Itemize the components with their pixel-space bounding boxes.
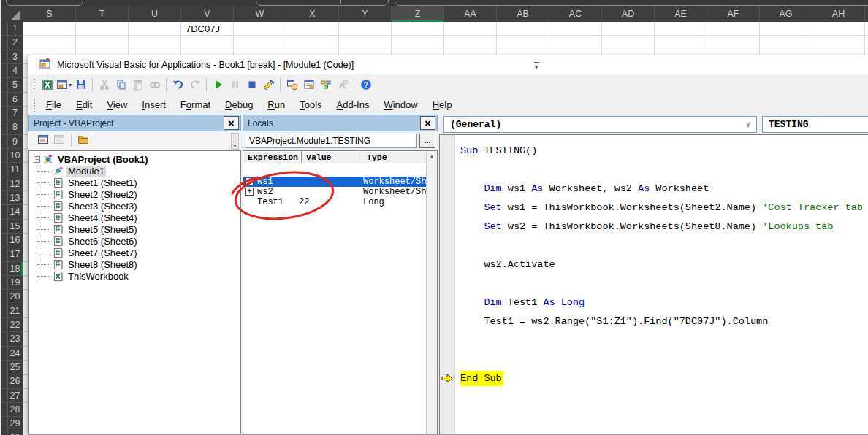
menu-debug[interactable]: Debug <box>218 96 260 113</box>
locals-col-type[interactable]: Type <box>362 151 427 163</box>
row-header-20[interactable]: 20 <box>0 290 23 304</box>
code-editor[interactable]: Sub TESTING() Dim ws1 As Worksheet, ws2 … <box>439 134 868 434</box>
help-button[interactable]: ? <box>357 77 374 93</box>
view-code-button[interactable] <box>35 134 51 148</box>
locals-ellipsis-button[interactable]: ... <box>419 134 435 148</box>
cell-V1[interactable]: 7DC07J <box>183 22 237 36</box>
locals-scrollbar[interactable]: ▲ <box>426 151 437 434</box>
paste-button[interactable] <box>129 77 146 93</box>
tree-item-vbaproject-book1[interactable]: −VBAProject (Book1) <box>29 153 240 165</box>
locals-row-ws2[interactable]: +ws2Worksheet/She <box>243 187 427 197</box>
code-line-13[interactable]: End Sub <box>460 369 868 388</box>
column-header-Y[interactable]: Y <box>339 6 392 22</box>
column-header-W[interactable]: W <box>234 6 286 22</box>
column-header-AH[interactable]: AH <box>812 6 865 22</box>
insert-userform-button[interactable]: ▾ <box>56 77 72 93</box>
tree-item-sheet5-sheet5[interactable]: Sheet5 (Sheet5) <box>29 223 240 235</box>
code-line-1[interactable]: Sub TESTING() <box>460 142 868 161</box>
row-header-12[interactable]: 12 <box>0 177 23 191</box>
row-header-17[interactable]: 17 <box>0 247 23 261</box>
row-header-9[interactable]: 9 <box>0 135 23 149</box>
row-header-1[interactable]: 1 <box>0 22 23 36</box>
code-line-4[interactable]: Set ws1 = ThisWorkbook.Worksheets(Sheet2… <box>460 199 868 218</box>
copy-button[interactable] <box>113 77 129 93</box>
code-line-9[interactable]: Dim Test1 As Long <box>460 293 868 312</box>
tree-item-thisworkbook[interactable]: ThisWorkbook <box>29 270 240 282</box>
code-line-6[interactable] <box>460 236 868 255</box>
row-header-23[interactable]: 23 <box>0 332 23 346</box>
menu-edit[interactable]: Edit <box>69 96 99 113</box>
project-explorer-button[interactable] <box>283 77 300 93</box>
margin-indicator-bar[interactable] <box>440 135 455 434</box>
save-button[interactable] <box>72 77 89 93</box>
row-header-19[interactable]: 19 <box>0 276 23 290</box>
title-bar[interactable]: Microsoft Visual Basic for Applications … <box>28 55 868 74</box>
menu-run[interactable]: Run <box>260 96 292 113</box>
row-header-21[interactable]: 21 <box>0 304 23 318</box>
design-mode-button[interactable] <box>260 77 277 93</box>
row-header-18[interactable]: 18 <box>0 262 23 276</box>
row-header-14[interactable]: 14 <box>0 205 23 219</box>
row-header-15[interactable]: 15 <box>0 220 23 234</box>
view-object-button[interactable] <box>51 134 67 148</box>
row-header-8[interactable]: 8 <box>0 120 23 134</box>
locals-row-ws1[interactable]: +ws1Worksheet/She <box>243 177 427 187</box>
code-line-5[interactable]: Set ws2 = ThisWorkbook.Worksheets(Sheet8… <box>460 218 868 236</box>
column-header-U[interactable]: U <box>129 6 181 22</box>
object-browser-button[interactable] <box>317 77 334 93</box>
column-header-S[interactable]: S <box>23 6 76 22</box>
object-dropdown[interactable]: (General) ∨ <box>443 116 757 133</box>
locals-row-test1[interactable]: Test122Long <box>243 197 427 207</box>
project-close-button[interactable]: × <box>224 116 239 130</box>
column-header-AA[interactable]: AA <box>444 6 497 22</box>
toolbox-button[interactable] <box>334 77 351 93</box>
row-header-30[interactable]: 30 <box>0 431 23 435</box>
row-header-13[interactable]: 13 <box>0 191 23 205</box>
column-header-AF[interactable]: AF <box>707 6 760 22</box>
tree-item-sheet3-sheet3[interactable]: Sheet3 (Sheet3) <box>29 200 240 212</box>
menu-view[interactable]: View <box>99 96 134 113</box>
menu-insert[interactable]: Insert <box>134 96 173 113</box>
cut-button[interactable] <box>96 77 113 93</box>
locals-panel-header[interactable]: Locals × <box>243 115 438 131</box>
project-panel-scroll-button[interactable]: ▾ <box>231 133 239 150</box>
row-header-2[interactable]: 2 <box>0 36 23 50</box>
toggle-folders-button[interactable] <box>75 134 91 148</box>
menu-window[interactable]: Window <box>376 96 425 113</box>
code-line-8[interactable] <box>460 274 868 293</box>
row-header-7[interactable]: 7 <box>0 107 23 120</box>
column-header-AG[interactable]: AG <box>760 6 812 22</box>
row-header-16[interactable]: 16 <box>0 234 23 247</box>
menu-help[interactable]: Help <box>425 96 460 113</box>
locals-col-value[interactable]: Value <box>302 151 362 163</box>
code-line-2[interactable] <box>460 161 868 180</box>
row-header-28[interactable]: 28 <box>0 403 23 417</box>
tree-item-sheet2-sheet2[interactable]: Sheet2 (Sheet2) <box>29 188 240 200</box>
menu-file[interactable]: File <box>39 96 69 113</box>
reset-button[interactable] <box>243 77 260 93</box>
menu-format[interactable]: Format <box>173 96 218 113</box>
column-header-Z[interactable]: Z <box>392 6 444 22</box>
select-all-corner[interactable] <box>0 6 23 22</box>
row-header-25[interactable]: 25 <box>0 361 23 374</box>
column-header-AE[interactable]: AE <box>655 6 707 22</box>
row-header-4[interactable]: 4 <box>0 64 23 78</box>
code-line-12[interactable] <box>460 350 868 369</box>
menu-tools[interactable]: Tools <box>292 96 329 113</box>
row-header-27[interactable]: 27 <box>0 389 23 403</box>
column-header-AC[interactable]: AC <box>549 6 602 22</box>
locals-col-expression[interactable]: Expression <box>243 151 302 163</box>
project-panel-header[interactable]: Project - VBAProject × <box>28 115 241 131</box>
tree-item-sheet1-sheet1[interactable]: Sheet1 (Sheet1) <box>29 177 240 188</box>
row-header-24[interactable]: 24 <box>0 347 23 361</box>
expand-icon[interactable]: + <box>245 177 254 185</box>
undo-button[interactable] <box>170 77 186 93</box>
run-button[interactable] <box>210 77 226 93</box>
column-header-V[interactable]: V <box>181 6 234 22</box>
properties-window-button[interactable] <box>300 77 317 93</box>
tree-item-sheet6-sheet6[interactable]: Sheet6 (Sheet6) <box>29 235 240 247</box>
menu-addins[interactable]: Add-Ins <box>330 96 377 113</box>
code-line-3[interactable]: Dim ws1 As Worksheet, ws2 As Worksheet <box>460 180 868 199</box>
redo-button[interactable] <box>186 77 203 93</box>
tree-item-sheet8-sheet8[interactable]: Sheet8 (Sheet8) <box>29 258 240 270</box>
